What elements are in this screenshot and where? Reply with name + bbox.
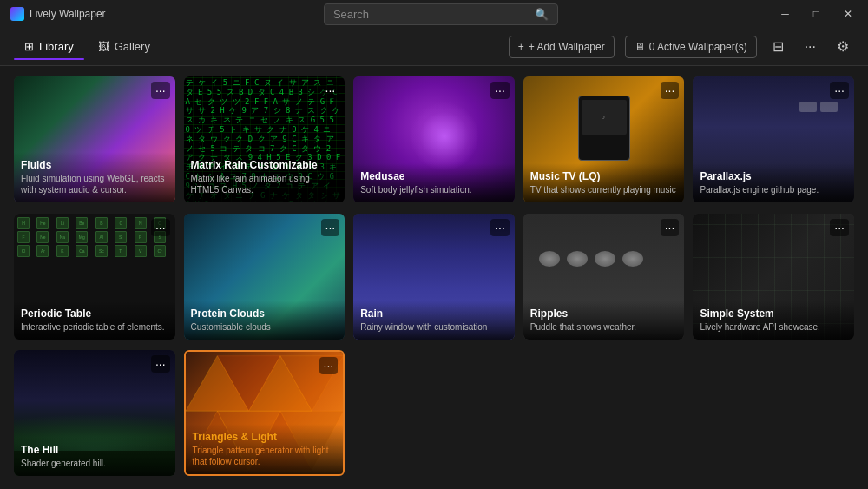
card-description: Interactive periodic table of elements.	[21, 321, 168, 333]
card-menu-button[interactable]: ···	[151, 355, 170, 373]
card-menu-button[interactable]: ···	[661, 219, 680, 236]
element-cell: Sc	[95, 245, 108, 257]
minimize-button[interactable]: ─	[776, 6, 794, 22]
card-title: Parallax.js	[700, 170, 847, 182]
element-cell: Na	[56, 231, 69, 243]
wallpaper-card-simple-system[interactable]: Simple System Lively hardware API showca…	[693, 214, 854, 340]
element-cell: Ne	[36, 231, 49, 243]
stone-3	[595, 251, 615, 267]
plane-2	[820, 102, 838, 112]
wallpaper-card-matrix-rain[interactable]: テ ケ イ 5 ニ F C ヌ イ サ ア ス ニ タ E 5 5 ス B D …	[184, 76, 345, 202]
settings-button[interactable]: ⚙	[832, 35, 854, 58]
card-overlay: Protein Clouds Customisable clouds	[184, 301, 345, 340]
add-wallpaper-button[interactable]: + + Add Wallpaper	[509, 36, 615, 58]
card-description: Matrix like rain animation using HTML5 C…	[191, 173, 339, 195]
card-description: Lively hardware API showcase.	[700, 321, 847, 333]
toolbar: ⊞ Library 🖼 Gallery + + Add Wallpaper 🖥 …	[0, 28, 868, 66]
wallpaper-card-periodic-table[interactable]: HHeLiBeBCNOFNeNaMgAlSiPSClArKCaScTiVCr P…	[14, 214, 175, 340]
card-description: Parallax.js engine github page.	[700, 184, 847, 195]
element-cell: Al	[95, 231, 108, 243]
close-button[interactable]: ✕	[838, 6, 858, 22]
titlebar: Lively Wallpaper 🔍 ─ □ ✕	[0, 0, 868, 28]
card-overlay: Ripples Puddle that shows weather.	[523, 301, 685, 340]
element-cell: Si	[115, 231, 127, 243]
card-overlay: Matrix Rain Customizable Matrix like rai…	[184, 152, 345, 202]
element-cell: Cr	[154, 245, 166, 257]
card-description: Soft body jellyfish simulation.	[360, 184, 508, 195]
titlebar-center: 🔍	[106, 3, 777, 25]
wallpaper-card-parallax[interactable]: Parallax.js Parallax.js engine github pa…	[693, 76, 854, 202]
element-cell: He	[36, 217, 49, 229]
wallpaper-card-protein-clouds[interactable]: Protein Clouds Customisable clouds ···	[184, 214, 345, 340]
search-icon: 🔍	[535, 8, 549, 21]
card-overlay: Periodic Table Interactive periodic tabl…	[14, 301, 175, 340]
toolbar-tabs: ⊞ Library 🖼 Gallery	[14, 33, 161, 60]
card-menu-button[interactable]: ···	[151, 219, 170, 236]
element-cell: Ar	[36, 245, 49, 257]
card-description: TV that shows currently playing music	[530, 184, 678, 195]
element-cell: P	[135, 231, 147, 243]
titlebar-left: Lively Wallpaper	[10, 7, 106, 21]
card-menu-button[interactable]: ···	[661, 82, 680, 99]
card-description: Puddle that shows weather.	[530, 321, 678, 333]
card-overlay: Simple System Lively hardware API showca…	[693, 301, 854, 340]
element-cell: K	[56, 245, 69, 257]
more-options-button[interactable]: ···	[799, 36, 821, 58]
element-cell: Be	[76, 217, 88, 229]
wallpaper-card-ripples[interactable]: Ripples Puddle that shows weather. ···	[523, 214, 685, 340]
grid-icon: ⊞	[24, 40, 34, 53]
wallpaper-card-music-tv[interactable]: ♪ Music TV (LQ) TV that shows currently …	[523, 76, 685, 202]
element-cell: Mg	[76, 231, 88, 243]
wallpaper-card-fluids[interactable]: Fluids Fluid simulation using WebGL, rea…	[14, 76, 175, 202]
wallpaper-card-triangles-light[interactable]: Triangles & Light Triangle pattern gener…	[184, 350, 345, 476]
element-cell: F	[17, 231, 30, 243]
element-cell: V	[135, 245, 147, 257]
stone-2	[567, 251, 588, 267]
active-wallpapers-label: 0 Active Wallpaper(s)	[649, 41, 747, 53]
card-menu-button[interactable]: ···	[321, 82, 340, 99]
toolbar-actions: + + Add Wallpaper 🖥 0 Active Wallpaper(s…	[509, 35, 854, 58]
search-bar[interactable]: 🔍	[324, 3, 558, 25]
element-cell: Cl	[17, 245, 30, 257]
tab-gallery-label: Gallery	[115, 40, 150, 53]
card-title: Periodic Table	[21, 307, 168, 320]
card-title: Protein Clouds	[191, 307, 339, 320]
tab-library[interactable]: ⊞ Library	[14, 33, 84, 60]
active-wallpapers-button[interactable]: 🖥 0 Active Wallpaper(s)	[625, 36, 757, 58]
element-cell: Ti	[115, 245, 127, 257]
card-menu-button[interactable]: ···	[490, 82, 510, 99]
card-title: Rain	[360, 307, 508, 320]
tab-gallery[interactable]: 🖼 Gallery	[88, 33, 161, 60]
stone-4	[622, 251, 643, 267]
wallpaper-card-medusae[interactable]: Medusae Soft body jellyfish simulation. …	[353, 76, 515, 202]
element-cell: H	[17, 217, 30, 229]
card-title: Simple System	[700, 307, 847, 320]
card-menu-button[interactable]: ···	[319, 357, 339, 374]
wallpaper-card-rain[interactable]: Rain Rainy window with customisation ···	[353, 214, 515, 340]
parallax-planes	[799, 102, 838, 112]
ripple-stones	[539, 251, 668, 267]
maximize-button[interactable]: □	[808, 6, 825, 22]
card-menu-button[interactable]: ···	[151, 82, 170, 99]
card-overlay: The Hill Shader generated hill.	[14, 437, 175, 476]
card-menu-button[interactable]: ···	[830, 219, 849, 236]
card-menu-button[interactable]: ···	[321, 219, 340, 236]
card-title: Medusae	[360, 170, 508, 182]
search-input[interactable]	[333, 8, 529, 21]
card-overlay: Triangles & Light Triangle pattern gener…	[186, 424, 344, 474]
monitor-icon: 🖥	[635, 41, 645, 53]
element-cell: Li	[56, 217, 69, 229]
layout-button[interactable]: ⊟	[767, 35, 789, 58]
element-cell: Ca	[76, 245, 88, 257]
wallpaper-card-the-hill[interactable]: The Hill Shader generated hill. ···	[14, 350, 175, 476]
app-icon	[10, 7, 24, 21]
add-icon: +	[518, 41, 524, 53]
wallpaper-grid: Fluids Fluid simulation using WebGL, rea…	[0, 66, 868, 489]
card-overlay: Music TV (LQ) TV that shows currently pl…	[523, 163, 685, 202]
card-menu-button[interactable]: ···	[490, 219, 510, 236]
music-device: ♪	[578, 96, 630, 161]
card-title: Ripples	[530, 307, 678, 320]
stone-1	[539, 251, 560, 267]
element-cell: N	[135, 217, 147, 229]
card-menu-button[interactable]: ···	[830, 82, 849, 99]
